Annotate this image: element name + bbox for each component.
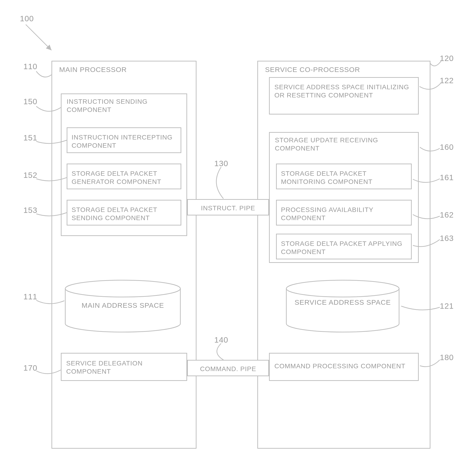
storage-delta-packet-applying-component: STORAGE DELTA PACKET APPLYING COMPONENT	[276, 234, 412, 259]
lead-180	[419, 359, 442, 371]
svg-point-2	[65, 280, 180, 297]
service-address-space-cylinder: SERVICE ADDRESS SPACE	[285, 279, 400, 333]
lead-140	[213, 343, 229, 363]
ref-170: 170	[23, 363, 37, 373]
instruction-intercepting-component: INSTRUCTION INTERCEPTING COMPONENT	[67, 127, 181, 153]
processing-availability-component: PROCESSING AVAILABILITY COMPONENT	[276, 200, 412, 225]
service-address-space-init-component: SERVICE ADDRESS SPACE INITIALIZING OR RE…	[269, 77, 419, 115]
ref-150: 150	[23, 97, 37, 106]
ref-100: 100	[20, 14, 34, 23]
lead-150	[36, 105, 64, 118]
instruction-sending-title: INSTRUCTION SENDING COMPONENT	[67, 98, 177, 114]
lead-130	[213, 167, 229, 201]
lead-110	[36, 70, 55, 83]
main-address-space-label: MAIN ADDRESS SPACE	[64, 302, 181, 309]
svg-line-0	[26, 25, 52, 50]
storage-update-receiving-title: STORAGE UPDATE RECEIVING COMPONENT	[275, 136, 392, 152]
service-coprocessor-title: SERVICE CO-PROCESSOR	[265, 66, 360, 74]
lead-163	[412, 238, 442, 251]
lead-152	[36, 175, 70, 186]
storage-delta-packet-generator-component: STORAGE DELTA PACKET GENERATOR COMPONENT	[67, 164, 181, 189]
lead-162	[412, 213, 442, 223]
main-address-space-cylinder: MAIN ADDRESS SPACE	[64, 279, 181, 333]
lead-151	[36, 138, 70, 148]
main-processor-title: MAIN PROCESSOR	[59, 66, 127, 74]
lead-153	[36, 210, 70, 221]
service-delegation-component: SERVICE DELEGATION COMPONENT	[61, 353, 187, 381]
lead-122	[418, 83, 443, 96]
ref-140: 140	[214, 335, 228, 344]
ref-130: 130	[214, 159, 228, 168]
lead-111	[36, 298, 68, 308]
lead-170	[36, 368, 64, 378]
ref-152: 152	[23, 170, 37, 180]
lead-161	[412, 176, 442, 187]
lead-160	[419, 145, 442, 155]
storage-delta-packet-sending-component: STORAGE DELTA PACKET SENDING COMPONENT	[67, 200, 181, 225]
svg-point-3	[286, 280, 399, 297]
storage-delta-packet-monitoring-component: STORAGE DELTA PACKET MONITORING COMPONEN…	[276, 164, 412, 189]
ref-111: 111	[23, 292, 37, 301]
lead-120	[428, 60, 444, 72]
figure-ref-arrow	[23, 22, 63, 63]
command-processing-component: COMMAND PROCESSING COMPONENT	[269, 353, 419, 381]
instruct-pipe: INSTRUCT. PIPE	[187, 199, 269, 215]
lead-121	[400, 304, 442, 314]
service-address-space-label: SERVICE ADDRESS SPACE	[285, 298, 400, 306]
ref-151: 151	[23, 133, 37, 142]
ref-110: 110	[23, 62, 37, 71]
ref-153: 153	[23, 206, 37, 215]
